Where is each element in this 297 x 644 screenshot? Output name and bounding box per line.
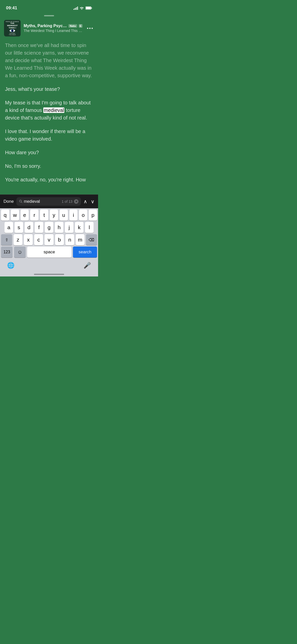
transcript-content: Then once we've all had time to spin our… [0, 39, 98, 194]
key-k[interactable]: k [75, 222, 83, 233]
key-space[interactable]: space [27, 247, 71, 258]
status-icons [73, 6, 92, 10]
keyboard-row-1: q w e r t y u i o p [0, 208, 98, 221]
drag-handle [0, 13, 98, 18]
search-result-count: 1 of 13 [62, 199, 72, 204]
keyboard: q w e r t y u i o p a s d f g h j k l ⇧ … [0, 208, 98, 276]
key-p[interactable]: p [89, 210, 97, 221]
transcript-paragraph-highlight: My tease is that I'm going to talk about… [5, 99, 93, 122]
artwork-eye-inner [11, 29, 14, 32]
key-z[interactable]: z [14, 234, 22, 245]
transcript-paragraph: I love that. I wonder if there will be a… [5, 128, 93, 143]
key-d[interactable]: d [25, 222, 33, 233]
svg-rect-1 [86, 7, 91, 9]
key-t[interactable]: t [40, 210, 48, 221]
artwork-bottom-text: LEARNEDTHIS WEEK [9, 32, 16, 35]
transcript-paragraph: Jess, what's your tease? [5, 85, 93, 93]
key-delete[interactable]: ⌫ [86, 234, 97, 245]
artwork-title: THEWEIRDESTTHING I [7, 22, 18, 29]
key-a[interactable]: a [5, 222, 13, 233]
svg-line-4 [21, 202, 22, 203]
key-o[interactable]: o [79, 210, 87, 221]
search-clear-button[interactable]: ✕ [74, 199, 78, 204]
mic-icon[interactable]: 🎤 [83, 262, 91, 269]
key-f[interactable]: f [35, 222, 43, 233]
status-bar: 09:41 [0, 0, 98, 13]
podcast-artwork: POPULAR SCIENCE THEWEIRDESTTHING I LEARN… [4, 20, 21, 36]
search-nav-buttons: ∧ ∨ [83, 198, 95, 205]
key-s[interactable]: s [15, 222, 23, 233]
key-u[interactable]: u [60, 210, 68, 221]
key-m[interactable]: m [76, 234, 84, 245]
status-time: 09:41 [6, 6, 17, 11]
key-y[interactable]: y [50, 210, 58, 221]
key-v[interactable]: v [45, 234, 53, 245]
keyboard-bottom-bar: 🌐 🎤 [0, 260, 98, 272]
artwork-eye-pupil [12, 30, 13, 31]
podcast-episode-title: Myths, Parking Psychology [24, 24, 67, 28]
drag-pill [44, 15, 54, 16]
transcript-paragraph: How dare you? [5, 149, 93, 156]
key-n[interactable]: n [65, 234, 74, 245]
search-bar: Done medieval 1 of 13 ✕ ∧ ∨ [0, 194, 98, 208]
key-q[interactable]: q [1, 210, 9, 221]
more-button[interactable] [86, 24, 94, 32]
keyboard-row-3: ⇧ z x c v b n m ⌫ [0, 233, 98, 245]
podcast-info: Myths, Parking Psychology Natu E The Wei… [24, 24, 82, 33]
keyboard-row-4: 123 ☺ space search [0, 245, 98, 260]
more-dots [87, 28, 93, 29]
key-b[interactable]: b [55, 234, 64, 245]
key-h[interactable]: h [55, 222, 63, 233]
key-e[interactable]: e [21, 210, 29, 221]
podcast-show-name: The Weirdest Thing I Learned This We [24, 29, 82, 33]
key-x[interactable]: x [24, 234, 33, 245]
key-l[interactable]: l [85, 222, 94, 233]
home-indicator [0, 272, 98, 276]
highlight-word: medieval [43, 107, 64, 113]
artwork-eye [10, 29, 15, 32]
battery-icon [86, 6, 92, 10]
key-w[interactable]: w [11, 210, 19, 221]
done-button[interactable]: Done [4, 199, 14, 204]
search-next-button[interactable]: ∨ [91, 198, 95, 205]
key-shift[interactable]: ⇧ [1, 234, 12, 245]
transcript-paragraph: Then once we've all had time to spin our… [5, 42, 93, 79]
globe-icon[interactable]: 🌐 [7, 262, 15, 269]
wifi-icon [79, 6, 84, 10]
transcript-paragraph: You're actually, no, you're right. How [5, 176, 93, 183]
key-g[interactable]: g [45, 222, 53, 233]
key-c[interactable]: c [34, 234, 43, 245]
podcast-header: POPULAR SCIENCE THEWEIRDESTTHING I LEARN… [0, 18, 98, 39]
search-input-text: medieval [24, 199, 60, 204]
badge-e: E [79, 24, 82, 28]
search-field[interactable]: medieval 1 of 13 ✕ [16, 197, 81, 206]
key-r[interactable]: r [30, 210, 38, 221]
search-field-icon [19, 199, 22, 204]
key-j[interactable]: j [65, 222, 73, 233]
key-numbers[interactable]: 123 [1, 247, 13, 258]
home-pill [34, 274, 64, 275]
key-emoji[interactable]: ☺ [14, 247, 26, 258]
badge-explicit: Natu [68, 24, 77, 28]
svg-rect-2 [91, 8, 92, 9]
transcript-paragraph: No, I'm so sorry. [5, 162, 93, 170]
signal-icon [73, 6, 78, 10]
key-search[interactable]: search [73, 247, 97, 258]
keyboard-row-2: a s d f g h j k l [0, 221, 98, 233]
clear-x-icon: ✕ [75, 200, 77, 203]
search-prev-button[interactable]: ∧ [83, 198, 87, 205]
key-i[interactable]: i [69, 210, 78, 221]
